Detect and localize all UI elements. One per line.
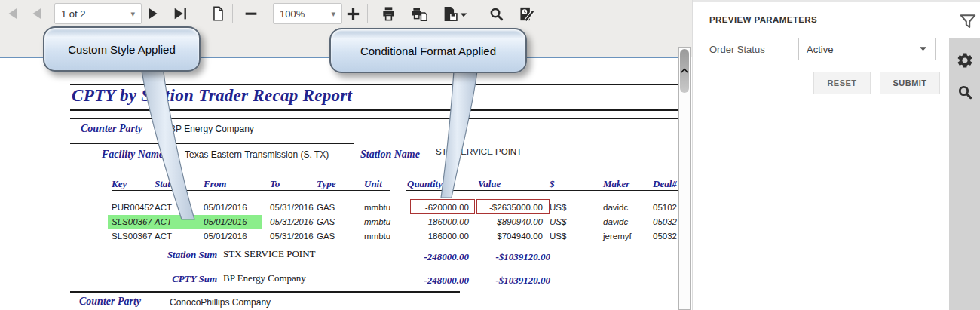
next-page-button[interactable]	[143, 5, 163, 23]
print-on-server-button[interactable]	[409, 5, 431, 23]
scrollbar-thumb[interactable]	[680, 49, 689, 93]
report-settings-icon	[517, 5, 538, 23]
cell-from: 05/01/2016	[204, 201, 264, 215]
panel-top-strip	[693, 0, 980, 2]
cell-quantity: 186000.00	[407, 229, 469, 244]
first-page-button[interactable]	[3, 5, 23, 23]
settings-button[interactable]	[956, 51, 974, 69]
divider	[70, 109, 679, 111]
chevron-down-icon: ▾	[130, 9, 135, 19]
cell-deal: 05032	[653, 229, 679, 244]
cell-deal: 05032	[653, 215, 679, 229]
table-row-highlighted: SLS00367 ACT 05/01/2016 05/31/2016 GAS m…	[0, 215, 679, 229]
print-button[interactable]	[378, 5, 398, 23]
cpty-sum-quantity: -248000.00	[377, 275, 469, 287]
last-page-button[interactable]	[170, 5, 190, 23]
page-indicator-value: 1 of 2	[61, 8, 86, 20]
search-icon	[956, 83, 974, 101]
table-row: SLS00367 ACT 05/01/2016 05/31/2016 GAS m…	[0, 229, 679, 244]
search-button[interactable]	[486, 5, 506, 23]
cell-type: GAS	[317, 229, 348, 244]
col-header: Unit	[364, 176, 400, 191]
cell-key: SLS00367	[112, 215, 157, 229]
cell-maker: jeremyf	[603, 229, 648, 244]
submit-button-label: SUBMIT	[893, 78, 926, 87]
col-header: Type	[317, 176, 348, 191]
zoom-out-button[interactable]	[241, 5, 261, 23]
preview-parameters-panel: PREVIEW PARAMETERS Order Status Active R…	[692, 0, 980, 310]
export-report-button[interactable]	[439, 5, 471, 23]
cell-type: GAS	[317, 215, 348, 229]
cell-value: -$2635000.00	[473, 201, 543, 215]
table-row: PUR00452 ACT 05/01/2016 05/31/2016 GAS m…	[0, 201, 679, 215]
cell-status: ACT	[155, 201, 189, 215]
cell-quantity: 186000.00	[407, 215, 469, 229]
printer-icon	[380, 5, 397, 23]
divider	[70, 291, 460, 293]
cpty-sum-value: -$1039120.00	[475, 275, 550, 287]
counter-party-value: BP Energy Company	[170, 124, 254, 134]
cell-unit: mmbtu	[364, 229, 400, 244]
col-header: Maker	[603, 176, 648, 191]
printer-server-icon	[410, 5, 430, 23]
reset-button[interactable]: RESET	[813, 72, 871, 94]
cell-currency: US$	[550, 229, 578, 244]
zoom-in-button[interactable]	[343, 5, 363, 23]
station-name-value: STX SERVICE POINT	[436, 147, 522, 156]
callout-custom-style-label: Custom Style Applied	[68, 43, 176, 56]
cell-value: $704940.00	[473, 229, 543, 244]
next-counter-party-label: Counter Party	[79, 296, 141, 308]
report-settings-button[interactable]	[516, 5, 540, 23]
panel-side-strip	[949, 38, 980, 310]
header-underline	[406, 190, 679, 191]
report-title: CPTY by Station Trader Recap Report	[72, 86, 352, 106]
vertical-scrollbar[interactable]	[678, 47, 691, 310]
first-page-icon	[5, 5, 21, 22]
zoom-out-icon	[243, 5, 259, 22]
previous-page-button[interactable]	[27, 5, 47, 23]
callout-custom-style: Custom Style Applied	[43, 26, 201, 72]
previous-page-icon	[29, 5, 45, 22]
cell-maker: davidc	[603, 201, 648, 215]
divider	[70, 118, 679, 119]
chevron-up-icon	[680, 67, 689, 75]
col-header: Value	[478, 176, 547, 191]
preview-parameters-title: PREVIEW PARAMETERS	[709, 15, 817, 24]
facility-name-label: Facility Name	[102, 149, 164, 161]
col-header: Key	[112, 176, 157, 191]
cpty-sum-name: BP Energy Company	[223, 272, 306, 284]
col-header: Quantity	[407, 176, 469, 191]
station-sum-value: -$1039120.00	[475, 251, 550, 263]
cell-from: 05/01/2016	[204, 215, 264, 229]
page-indicator-select[interactable]: 1 of 2 ▾	[54, 3, 142, 24]
col-header: $	[550, 176, 578, 191]
export-icon	[441, 5, 470, 23]
cell-type: GAS	[317, 201, 348, 215]
cell-status: ACT	[155, 229, 189, 244]
cpty-sum-label: CPTY Sum	[113, 273, 217, 285]
zoom-level-select[interactable]: 100% ▾	[273, 3, 342, 24]
cell-key: SLS00367	[112, 229, 157, 244]
single-page-view-button[interactable]	[208, 5, 228, 23]
order-status-label: Order Status	[709, 44, 765, 55]
cell-status: ACT	[155, 215, 189, 229]
next-counter-party-value: ConocoPhillips Company	[170, 297, 271, 308]
station-sum-quantity: -248000.00	[377, 251, 469, 263]
next-page-icon	[145, 5, 161, 22]
header-underline	[112, 190, 390, 191]
zoom-in-icon	[345, 5, 362, 23]
submit-button[interactable]: SUBMIT	[880, 72, 940, 94]
reset-button-label: RESET	[827, 78, 856, 87]
search-icon	[488, 5, 505, 23]
col-header: Status	[155, 176, 189, 191]
gear-icon	[956, 51, 974, 69]
cell-currency: US$	[550, 215, 578, 229]
divider	[70, 143, 354, 144]
report-preview-area: CPTY by Station Trader Recap Report Coun…	[0, 58, 679, 310]
last-page-icon	[172, 5, 188, 22]
toolbar-separator	[367, 4, 368, 23]
filter-parameters-button[interactable]	[958, 12, 978, 32]
search-panel-button[interactable]	[956, 83, 974, 101]
order-status-select[interactable]: Active	[798, 38, 936, 60]
order-status-value: Active	[807, 44, 833, 55]
